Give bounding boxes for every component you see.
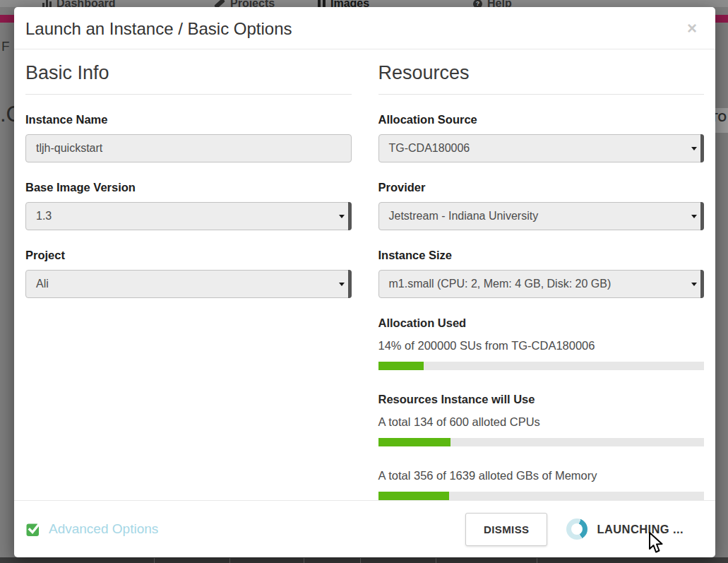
instance-name-label: Instance Name bbox=[25, 113, 352, 126]
help-circle-icon: ? bbox=[473, 0, 482, 7]
modal-title: Launch an Instance / Basic Options bbox=[25, 19, 704, 39]
allocation-used-progressbar bbox=[378, 362, 705, 370]
chevron-down-icon bbox=[691, 283, 697, 286]
loading-spinner-icon bbox=[566, 518, 587, 540]
chevron-down-icon bbox=[339, 283, 345, 286]
advanced-options-link[interactable]: Advanced Options bbox=[25, 521, 158, 538]
resources-heading: Resources bbox=[378, 57, 705, 95]
project-value: Ali bbox=[36, 278, 49, 290]
memory-usage-progress-fill bbox=[378, 492, 449, 500]
nav-item-projects[interactable]: Projects bbox=[214, 0, 275, 7]
instance-size-select[interactable]: m1.small (CPU: 2, Mem: 4 GB, Disk: 20 GB… bbox=[378, 270, 705, 298]
nav-item-images[interactable]: Images bbox=[318, 0, 369, 7]
allocation-used-text: 14% of 200000 SUs from TG-CDA180006 bbox=[378, 339, 705, 352]
cpu-usage-progress-fill bbox=[378, 438, 451, 446]
bar-chart-icon bbox=[42, 0, 52, 7]
images-icon bbox=[318, 0, 326, 7]
nav-label: Images bbox=[330, 0, 369, 7]
background-partial-text: F bbox=[1, 39, 10, 54]
select-edge bbox=[348, 270, 352, 298]
base-image-version-value: 1.3 bbox=[36, 210, 52, 223]
provider-value: Jetstream - Indiana University bbox=[389, 210, 539, 223]
chevron-down-icon bbox=[691, 147, 697, 150]
basic-info-column: Basic Info Instance Name tljh-quickstart… bbox=[25, 57, 352, 500]
instance-name-input[interactable]: tljh-quickstart bbox=[25, 134, 352, 162]
modal-body: Basic Info Instance Name tljh-quickstart… bbox=[14, 49, 715, 500]
nav-label: Projects bbox=[230, 0, 275, 7]
memory-usage-text: A total 356 of 1639 alloted GBs of Memor… bbox=[378, 469, 705, 482]
base-image-version-select[interactable]: 1.3 bbox=[25, 202, 352, 230]
modal-header: Launch an Instance / Basic Options × bbox=[14, 7, 715, 49]
background-nav-bar: Dashboard Projects Images ? Help bbox=[0, 0, 728, 7]
launching-button[interactable]: LAUNCHING ... bbox=[597, 523, 684, 536]
checked-checkbox-icon bbox=[25, 521, 42, 538]
chevron-down-icon bbox=[339, 215, 345, 218]
select-edge bbox=[348, 202, 352, 230]
nav-item-help[interactable]: ? Help bbox=[473, 0, 512, 7]
select-edge bbox=[700, 270, 704, 298]
cpu-usage-progressbar bbox=[378, 438, 705, 446]
instance-size-label: Instance Size bbox=[378, 249, 705, 262]
project-label: Project bbox=[25, 249, 352, 262]
instance-name-value: tljh-quickstart bbox=[36, 142, 102, 155]
select-edge bbox=[700, 134, 704, 162]
allocation-source-select[interactable]: TG-CDA180006 bbox=[378, 134, 705, 162]
resources-column: Resources Allocation Source TG-CDA180006… bbox=[378, 57, 705, 500]
allocation-used-heading: Allocation Used bbox=[378, 316, 705, 330]
dismiss-button[interactable]: DISMISS bbox=[465, 513, 547, 546]
nav-item-dashboard[interactable]: Dashboard bbox=[42, 0, 116, 7]
basic-info-heading: Basic Info bbox=[25, 57, 352, 95]
instance-size-value: m1.small (CPU: 2, Mem: 4 GB, Disk: 20 GB… bbox=[389, 278, 611, 290]
modal-footer: Advanced Options DISMISS LAUNCHING ... bbox=[14, 500, 715, 557]
instance-usage-heading: Resources Instance will Use bbox=[378, 393, 705, 406]
allocation-source-value: TG-CDA180006 bbox=[389, 142, 470, 155]
project-select[interactable]: Ali bbox=[25, 270, 352, 298]
close-icon[interactable]: × bbox=[687, 20, 697, 37]
advanced-options-label: Advanced Options bbox=[49, 521, 158, 537]
launch-instance-modal: Launch an Instance / Basic Options × Bas… bbox=[14, 7, 715, 557]
base-image-version-label: Base Image Version bbox=[25, 181, 352, 194]
provider-label: Provider bbox=[378, 181, 705, 194]
memory-usage-progressbar bbox=[378, 492, 705, 500]
chevron-down-icon bbox=[691, 215, 697, 218]
select-edge bbox=[700, 202, 704, 230]
cpu-usage-text: A total 134 of 600 alloted CPUs bbox=[378, 415, 705, 429]
allocation-used-progress-fill bbox=[378, 362, 424, 370]
provider-select[interactable]: Jetstream - Indiana University bbox=[378, 202, 705, 230]
allocation-source-label: Allocation Source bbox=[378, 113, 705, 126]
nav-label: Dashboard bbox=[56, 0, 116, 7]
nav-label: Help bbox=[487, 0, 512, 7]
pencil-icon bbox=[214, 0, 225, 7]
background-table-edge bbox=[0, 557, 728, 563]
